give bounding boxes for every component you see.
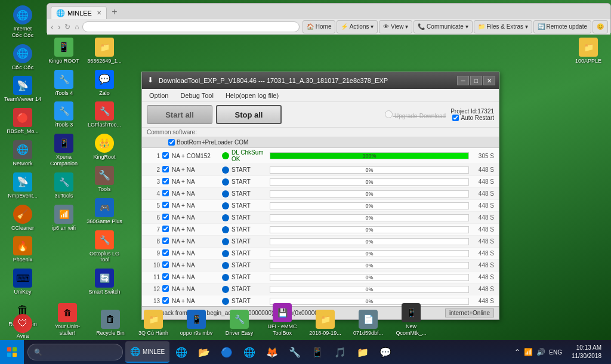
- desktop-icon-ccleaner[interactable]: 🧹 CCleaner: [2, 202, 44, 234]
- taskbar-app2-item[interactable]: 📱: [307, 341, 328, 363]
- taskbar-app3-item[interactable]: 🎵: [329, 341, 351, 363]
- tab-close-btn[interactable]: ✕: [97, 10, 101, 16]
- taskbar-app1-item[interactable]: 🔧: [284, 341, 306, 363]
- remote-toolbar-btn[interactable]: 🔄 Remote update: [533, 20, 591, 33]
- row-checkbox[interactable]: [162, 152, 171, 160]
- desktop-icon-nmpevent[interactable]: 📡 NmpEvent...: [2, 170, 44, 202]
- desktop-icon-ip6wifi[interactable]: 📶 ip6 an wifi: [43, 202, 85, 234]
- row-num: 11: [147, 274, 160, 280]
- row-checkbox[interactable]: [162, 273, 171, 281]
- row-size: 448 S: [471, 262, 494, 269]
- icon-label: 360Game Plus: [87, 218, 122, 225]
- tray-expand-btn[interactable]: ⌃: [514, 348, 520, 356]
- row-checkbox[interactable]: [162, 237, 171, 245]
- desktop-icon-kingoroot[interactable]: 📱 Kingo ROOT: [43, 35, 85, 67]
- taskbar-ie-item[interactable]: 🌐: [171, 341, 192, 363]
- close-btn[interactable]: ✕: [483, 76, 495, 85]
- desktop-icon-smart-switch[interactable]: 🔄 Smart Switch: [84, 266, 125, 298]
- row-name: NA + NA: [172, 238, 220, 245]
- url-bar[interactable]: [82, 21, 300, 32]
- desktop-icon-uninstaller[interactable]: 🗑 Your Unin-staller!: [47, 301, 88, 339]
- desktop-icon-100apple[interactable]: 📁 100APPLE: [567, 35, 609, 67]
- row-checkbox[interactable]: [162, 190, 171, 198]
- desktop-icon-oppo[interactable]: 📱 oppo r9s mbv: [175, 307, 217, 339]
- row-checkbox[interactable]: [162, 261, 171, 269]
- desktop-icon-new-qcom[interactable]: 📱 New QcomMtk_...: [390, 301, 432, 339]
- emoji-btn[interactable]: 😊: [593, 20, 608, 33]
- bootrom-checkbox[interactable]: [168, 139, 175, 146]
- row-checkbox[interactable]: [162, 226, 171, 233]
- row-checkbox[interactable]: [162, 285, 171, 293]
- desktop-icon-recycle2[interactable]: 🗑 Recycle Bin: [90, 307, 131, 339]
- communicate-toolbar-btn[interactable]: 📞 Communicate ▾: [413, 20, 472, 33]
- show-desktop-btn[interactable]: [606, 340, 611, 364]
- menu-help[interactable]: Help(open log file): [223, 91, 281, 100]
- desktop-icon-zalo[interactable]: 💬 Zalo: [84, 67, 125, 99]
- desktop-icon-rbsoft[interactable]: 🔴 RBSoft_Mo...: [2, 106, 44, 137]
- maximize-btn[interactable]: □: [470, 76, 482, 85]
- taskbar-firefox-item[interactable]: 🦊: [261, 341, 283, 363]
- row-size: 448 S: [471, 166, 494, 173]
- taskbar-folder-item[interactable]: 📂: [193, 341, 215, 363]
- row-checkbox[interactable]: [162, 202, 171, 209]
- actions-toolbar-btn[interactable]: ⚡ Actions ▾: [337, 20, 378, 33]
- icon-label: Internet: [14, 26, 32, 32]
- minimize-btn[interactable]: ─: [457, 76, 469, 85]
- menu-debug[interactable]: Debug Tool: [178, 91, 215, 100]
- auto-restart-checkbox[interactable]: [452, 115, 459, 121]
- desktop-icon-octoplus[interactable]: 🔧 Octoplus LG Tool: [84, 228, 125, 266]
- desktop-icon-2018[interactable]: 📁 2018-09-19...: [304, 307, 346, 339]
- desktop-icon-itools3[interactable]: 🔧 iTools 3: [43, 99, 85, 131]
- taskbar-edge-item[interactable]: 🔵: [216, 341, 237, 363]
- taskbar-search[interactable]: 🔍: [27, 344, 123, 360]
- new-tab-button[interactable]: +: [108, 6, 121, 18]
- desktop-icon-xperia[interactable]: 📱 Xperia Companion: [43, 131, 85, 169]
- browser-tab[interactable]: 🌐 MINLEE ✕: [51, 6, 107, 19]
- desktop-icon-itools4[interactable]: 🔧 iTools 4: [43, 67, 85, 99]
- row-checkbox[interactable]: [162, 178, 171, 186]
- desktop-icon-network[interactable]: 🌐 Network: [2, 138, 44, 169]
- files-toolbar-btn[interactable]: 📁 Files & Extras ▾: [474, 20, 532, 33]
- tray-network-icon: 📶: [524, 348, 533, 356]
- nav-forward-btn[interactable]: ›: [57, 22, 62, 32]
- menu-option[interactable]: Option: [147, 91, 171, 100]
- desktop-icon-071d[interactable]: 📄 071d59dbf...: [347, 307, 389, 339]
- desktop-icon-driver-easy[interactable]: 🔧 Driver Easy: [218, 307, 260, 339]
- row-indicator: [222, 250, 229, 257]
- desktop-icon-lgflashtool[interactable]: 🔧 LGFlashToo...: [84, 99, 125, 131]
- desktop-icon-ufi[interactable]: 💾 UFI - eMMC ToolBox: [261, 301, 303, 339]
- home-toolbar-btn[interactable]: 🏠 Home: [303, 20, 335, 33]
- nav-home-btn[interactable]: ⌂: [73, 23, 80, 31]
- stop-all-button[interactable]: Stop all: [216, 105, 282, 124]
- taskbar-app5-item[interactable]: 💬: [375, 341, 396, 363]
- desktop-icon-internet[interactable]: 🌐 Internet Cốc Cốc: [2, 3, 44, 41]
- taskbar-app4-item[interactable]: 📁: [352, 341, 374, 363]
- row-checkbox[interactable]: [162, 249, 171, 257]
- row-status: START: [232, 178, 267, 185]
- desktop-icon-unikey[interactable]: ⌨ UniKey: [2, 266, 44, 298]
- desktop-icon-kingroot[interactable]: 👑 KingRoot: [84, 131, 125, 163]
- row-checkbox[interactable]: [162, 214, 171, 221]
- desktop-icon-3utools[interactable]: 🔧 3uTools: [43, 170, 85, 202]
- start-all-button[interactable]: Start all: [147, 105, 212, 124]
- taskbar-clock[interactable]: 10:13 AM 11/30/2018: [567, 344, 606, 360]
- start-button[interactable]: [0, 340, 24, 364]
- nav-refresh-btn[interactable]: ↻: [63, 23, 72, 31]
- taskbar-chrome-item[interactable]: 🌐: [239, 341, 260, 363]
- desktop-icon-36362649[interactable]: 📁 36362649_1...: [84, 35, 125, 67]
- desktop-icon-tools[interactable]: 🔧 Tools: [84, 164, 125, 195]
- row-checkbox[interactable]: [162, 166, 171, 174]
- desktop-icon-360game[interactable]: 🎮 360Game Plus: [84, 196, 125, 227]
- desktop-icon-coccoc[interactable]: 🌐 Cốc Cốc: [2, 42, 44, 73]
- row-size: 448 S: [471, 286, 494, 292]
- desktop-icon-teamviewer[interactable]: 📡 TeamViewer 14: [2, 73, 44, 105]
- avira-icon[interactable]: 🛡 Avira: [2, 314, 43, 339]
- taskbar-minlee-item[interactable]: 🌐 MINLEE: [125, 341, 169, 363]
- desktop-icon-phoenix[interactable]: 🔥 Phoenix: [2, 234, 44, 266]
- upgrade-download-btn[interactable]: Upgrade-Download: [385, 110, 446, 119]
- upgrade-radio[interactable]: [385, 110, 393, 118]
- row-size: 448 S: [471, 250, 494, 257]
- nav-back-btn[interactable]: ‹: [50, 22, 55, 32]
- view-toolbar-btn[interactable]: 👁 View ▾: [379, 20, 412, 33]
- desktop-icon-3qcu[interactable]: 📁 3Q Cú Hành: [132, 307, 174, 339]
